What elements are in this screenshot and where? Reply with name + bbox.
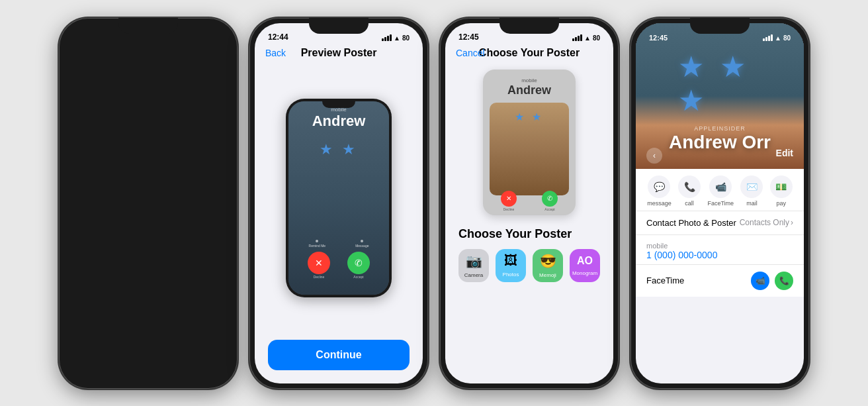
- phone3-title: Choose Your Poster: [479, 47, 580, 59]
- phone4-pay-action[interactable]: 💵 pay: [770, 176, 793, 207]
- signal-bar-3: [387, 36, 389, 41]
- phone2-inner-name-box: mobile Andrew: [291, 107, 386, 130]
- phone4-top-nav: ‹ Edit: [636, 142, 804, 169]
- phone4-battery: 80: [783, 34, 791, 42]
- phone4-contact-photo-poster-row[interactable]: Contact Photo & Poster Contacts Only ›: [636, 211, 804, 235]
- phone2-remind-btn: Remind Me: [309, 240, 326, 248]
- phone3-photos-label: Photos: [503, 272, 519, 278]
- phone2-decline-button[interactable]: ✕: [308, 252, 330, 274]
- phone4-publisher-label: APPLEINSIDER: [636, 125, 804, 132]
- phone3-time: 12:45: [458, 32, 479, 42]
- phone4-facetime-phone-icon[interactable]: 📞: [775, 272, 793, 290]
- phone3-preview-actions: ✕ Decline ✆ Accept: [483, 191, 576, 211]
- phone3-preview-decline: ✕: [501, 191, 517, 207]
- phone3-poster-options: 📷 Camera 🖼 Photos 😎 Memoji AO Monogram: [445, 246, 613, 285]
- phone2-decline-label: Decline: [308, 275, 330, 279]
- phone4-facetime-icon-group: 📹 📞: [751, 272, 793, 290]
- phone4-back-button[interactable]: ‹: [646, 148, 662, 164]
- notch-3: [499, 18, 559, 34]
- phone3-poster-preview: mobile Andrew ✕ Decline ✆ Accept: [445, 64, 613, 221]
- phone3-preview-decline-label: Decline: [501, 207, 517, 211]
- phone4-call-action[interactable]: 📞 call: [678, 176, 701, 207]
- phone2-remind-label: Remind Me: [309, 244, 326, 248]
- phone-3: 12:45 ▲ 80 Cancel Choose Your Poster: [440, 18, 619, 389]
- phone4-mail-icon: ✉️: [740, 176, 763, 198]
- phone3-memoji-label: Memoji: [539, 272, 556, 278]
- phone2-title: Preview Poster: [301, 47, 377, 59]
- phone2-inner-name: Andrew: [291, 113, 386, 130]
- phone3-monogram-option[interactable]: AO Monogram: [570, 249, 600, 282]
- phone4-message-label: message: [647, 200, 672, 207]
- phone2-inner-phone: mobile Andrew Remind Me: [286, 99, 392, 297]
- signal-bar-3: [578, 36, 580, 41]
- phone4-contact-photo-label: Contact Photo & Poster: [646, 218, 736, 228]
- phone2-navbar: Back Preview Poster: [255, 44, 423, 64]
- phone3-memoji-icon: 😎: [540, 253, 556, 269]
- phone2-status-icons: ▲ 80: [382, 34, 410, 42]
- phone4-message-icon: 💬: [648, 176, 670, 198]
- phone2-inner-notch: [322, 99, 355, 108]
- phone2-message-btn: Message: [355, 240, 369, 248]
- phone4-time: 12:45: [649, 34, 668, 42]
- phone2-back-button[interactable]: Back: [265, 48, 286, 58]
- phone4-top-photo: ★ ★ ★ 12:45 ▲ 80 ‹: [636, 23, 804, 169]
- phone2-decline-container: ✕ Decline: [308, 252, 330, 279]
- phone3-status-icons: ▲ 80: [572, 34, 600, 42]
- signal-bar-1: [382, 38, 384, 41]
- phone4-facetime-video-icon[interactable]: 📹: [751, 272, 769, 290]
- phone4-message-action[interactable]: 💬 message: [647, 176, 672, 207]
- phone3-camera-option[interactable]: 📷 Camera: [458, 249, 489, 282]
- phone4-stars-decoration: ★ ★ ★: [678, 50, 762, 117]
- phone-4: ★ ★ ★ 12:45 ▲ 80 ‹: [630, 18, 809, 389]
- phone2-signal: [382, 34, 392, 41]
- phone3-preview-face: [490, 103, 569, 195]
- phone3-signal: [572, 34, 582, 41]
- phone2-accept-label: Accept: [347, 275, 370, 279]
- phone4-facetime-action[interactable]: 📹 FaceTime: [707, 176, 734, 207]
- signal-bar-3: [768, 36, 770, 41]
- phone3-screen: 12:45 ▲ 80 Cancel Choose Your Poster: [445, 23, 613, 383]
- phone-2: 12:44 ▲ 80 Back Preview Poster: [249, 18, 428, 389]
- phone2-message-dot: [361, 240, 363, 242]
- phone3-memoji-option[interactable]: 😎 Memoji: [533, 249, 563, 282]
- phone2-message-label: Message: [355, 244, 369, 248]
- notch-4: [690, 18, 750, 34]
- phone4-screen: ★ ★ ★ 12:45 ▲ 80 ‹: [636, 23, 804, 383]
- phone4-contacts-only-value: Contacts Only ›: [740, 218, 793, 227]
- phone3-photos-option[interactable]: 🖼 Photos: [496, 249, 526, 282]
- phone2-screen: 12:44 ▲ 80 Back Preview Poster: [255, 23, 423, 383]
- phone3-photos-icon: 🖼: [504, 253, 517, 268]
- phone2-accept-button[interactable]: ✆: [347, 252, 370, 274]
- phone4-mail-action[interactable]: ✉️ mail: [740, 176, 763, 207]
- phone3-camera-icon: 📷: [466, 253, 482, 269]
- phone-1: Andrew Cancel Done Pinch to Crop ✓ Depth…: [59, 18, 238, 389]
- phone2-battery: 80: [402, 34, 410, 42]
- signal-bar-1: [763, 38, 765, 41]
- phone3-navbar: Cancel Choose Your Poster: [445, 44, 613, 64]
- notch-1: [118, 18, 178, 34]
- phone4-pay-icon: 💵: [770, 176, 793, 198]
- phone3-wifi-icon: ▲: [584, 34, 591, 42]
- phone4-phone-number-value[interactable]: 1 (000) 000-0000: [646, 250, 793, 260]
- phone3-preview-accept-label: Accept: [542, 207, 558, 211]
- phone2-continue-button[interactable]: Continue: [268, 340, 410, 370]
- signal-bar-4: [580, 34, 582, 41]
- phone4-phone-number-row[interactable]: mobile 1 (000) 000-0000: [636, 235, 804, 265]
- phone4-facetime-row: FaceTime 📹 📞: [636, 265, 804, 297]
- phone4-status-icons: ▲ 80: [763, 34, 791, 42]
- phone2-preview-container: mobile Andrew Remind Me: [255, 64, 423, 332]
- phone3-choose-title: Choose Your Poster: [445, 221, 613, 246]
- notch-2: [309, 18, 369, 34]
- phone4-mail-label: mail: [746, 200, 758, 207]
- phone2-inner-actions: Remind Me Message ✕ Decline: [288, 240, 389, 279]
- phone4-edit-button[interactable]: Edit: [776, 148, 793, 164]
- phone4-chevron-right-icon: ›: [791, 218, 793, 227]
- phones-container: Andrew Cancel Done Pinch to Crop ✓ Depth…: [46, 5, 822, 402]
- phone4-facetime-section-label: FaceTime: [646, 276, 684, 285]
- phone3-preview-accept-container: ✆ Accept: [542, 191, 558, 211]
- phone3-monogram-icon: AO: [577, 255, 593, 267]
- signal-bar-2: [575, 37, 577, 41]
- phone3-cancel-button[interactable]: Cancel: [456, 48, 485, 58]
- signal-bar-4: [390, 34, 392, 41]
- phone2-time: 12:44: [268, 32, 288, 42]
